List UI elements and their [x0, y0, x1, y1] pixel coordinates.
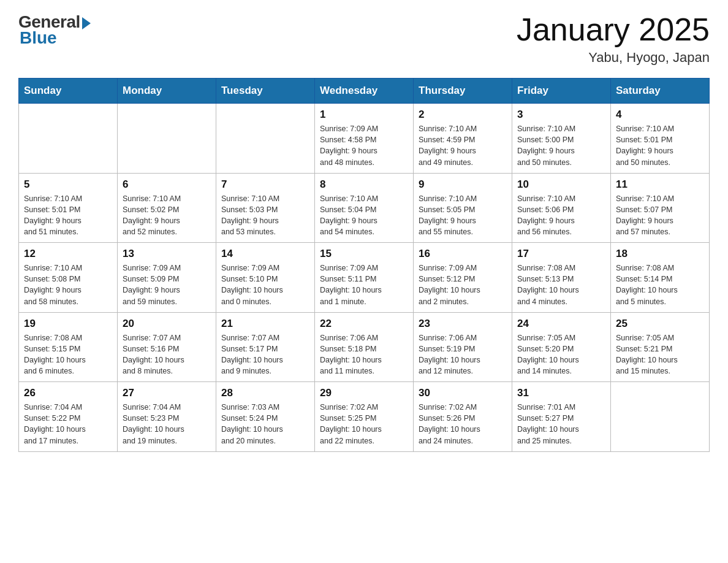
day-info: Sunrise: 7:09 AMSunset: 5:10 PMDaylight:… — [221, 262, 309, 307]
calendar-cell: 16Sunrise: 7:09 AMSunset: 5:12 PMDayligh… — [414, 243, 512, 313]
day-info: Sunrise: 7:10 AMSunset: 5:07 PMDaylight:… — [616, 193, 704, 238]
day-number: 27 — [123, 387, 211, 399]
calendar-week-3: 12Sunrise: 7:10 AMSunset: 5:08 PMDayligh… — [19, 243, 710, 313]
calendar-cell: 12Sunrise: 7:10 AMSunset: 5:08 PMDayligh… — [19, 243, 118, 313]
calendar-cell: 4Sunrise: 7:10 AMSunset: 5:01 PMDaylight… — [611, 104, 710, 174]
calendar-cell: 11Sunrise: 7:10 AMSunset: 5:07 PMDayligh… — [611, 173, 710, 243]
day-info: Sunrise: 7:08 AMSunset: 5:13 PMDaylight:… — [517, 262, 605, 307]
day-number: 11 — [616, 178, 704, 191]
calendar-cell: 10Sunrise: 7:10 AMSunset: 5:06 PMDayligh… — [512, 173, 611, 243]
calendar-cell: 15Sunrise: 7:09 AMSunset: 5:11 PMDayligh… — [315, 243, 414, 313]
calendar-cell: 28Sunrise: 7:03 AMSunset: 5:24 PMDayligh… — [216, 382, 315, 452]
day-number: 6 — [123, 178, 211, 191]
day-number: 10 — [517, 178, 605, 191]
calendar-cell: 14Sunrise: 7:09 AMSunset: 5:10 PMDayligh… — [216, 243, 315, 313]
day-info: Sunrise: 7:05 AMSunset: 5:21 PMDaylight:… — [616, 332, 704, 377]
day-number: 8 — [320, 178, 408, 191]
day-info: Sunrise: 7:10 AMSunset: 5:01 PMDaylight:… — [24, 193, 112, 238]
day-info: Sunrise: 7:10 AMSunset: 5:01 PMDaylight:… — [616, 123, 704, 168]
column-header-tuesday: Tuesday — [216, 79, 315, 104]
logo-blue-text: Blue — [18, 28, 57, 48]
calendar-cell: 27Sunrise: 7:04 AMSunset: 5:23 PMDayligh… — [118, 382, 216, 452]
calendar-week-2: 5Sunrise: 7:10 AMSunset: 5:01 PMDaylight… — [19, 173, 710, 243]
calendar-cell: 31Sunrise: 7:01 AMSunset: 5:27 PMDayligh… — [512, 382, 611, 452]
day-number: 31 — [517, 387, 605, 399]
day-info: Sunrise: 7:04 AMSunset: 5:22 PMDaylight:… — [24, 402, 112, 446]
day-number: 22 — [320, 318, 408, 330]
day-number: 23 — [419, 318, 507, 330]
calendar-cell: 22Sunrise: 7:06 AMSunset: 5:18 PMDayligh… — [315, 312, 414, 382]
calendar-cell: 6Sunrise: 7:10 AMSunset: 5:02 PMDaylight… — [118, 173, 216, 243]
calendar-cell: 25Sunrise: 7:05 AMSunset: 5:21 PMDayligh… — [611, 312, 710, 382]
day-number: 13 — [123, 248, 211, 260]
day-number: 17 — [517, 248, 605, 260]
day-number: 4 — [616, 109, 704, 121]
calendar-cell: 9Sunrise: 7:10 AMSunset: 5:05 PMDaylight… — [414, 173, 512, 243]
location: Yabu, Hyogo, Japan — [517, 50, 710, 66]
calendar-cell: 18Sunrise: 7:08 AMSunset: 5:14 PMDayligh… — [611, 243, 710, 313]
day-info: Sunrise: 7:09 AMSunset: 5:09 PMDaylight:… — [123, 262, 211, 307]
calendar-table: SundayMondayTuesdayWednesdayThursdayFrid… — [18, 78, 710, 452]
day-number: 26 — [24, 387, 112, 399]
column-header-friday: Friday — [512, 79, 611, 104]
calendar-cell: 23Sunrise: 7:06 AMSunset: 5:19 PMDayligh… — [414, 312, 512, 382]
day-number: 30 — [419, 387, 507, 399]
day-number: 1 — [320, 109, 408, 121]
day-number: 3 — [517, 109, 605, 121]
day-info: Sunrise: 7:10 AMSunset: 5:03 PMDaylight:… — [221, 193, 309, 238]
page-header: General Blue January 2025 Yabu, Hyogo, J… — [18, 12, 710, 66]
calendar-cell: 30Sunrise: 7:02 AMSunset: 5:26 PMDayligh… — [414, 382, 512, 452]
day-info: Sunrise: 7:05 AMSunset: 5:20 PMDaylight:… — [517, 332, 605, 377]
day-number: 20 — [123, 318, 211, 330]
calendar-cell — [216, 104, 315, 174]
calendar-cell: 21Sunrise: 7:07 AMSunset: 5:17 PMDayligh… — [216, 312, 315, 382]
day-info: Sunrise: 7:04 AMSunset: 5:23 PMDaylight:… — [123, 402, 211, 446]
day-info: Sunrise: 7:10 AMSunset: 5:06 PMDaylight:… — [517, 193, 605, 238]
calendar-cell: 29Sunrise: 7:02 AMSunset: 5:25 PMDayligh… — [315, 382, 414, 452]
calendar-cell: 19Sunrise: 7:08 AMSunset: 5:15 PMDayligh… — [19, 312, 118, 382]
calendar-week-4: 19Sunrise: 7:08 AMSunset: 5:15 PMDayligh… — [19, 312, 710, 382]
calendar-cell: 17Sunrise: 7:08 AMSunset: 5:13 PMDayligh… — [512, 243, 611, 313]
day-number: 29 — [320, 387, 408, 399]
calendar-header: SundayMondayTuesdayWednesdayThursdayFrid… — [19, 79, 710, 104]
day-number: 24 — [517, 318, 605, 330]
day-info: Sunrise: 7:08 AMSunset: 5:15 PMDaylight:… — [24, 332, 112, 377]
day-number: 9 — [419, 178, 507, 191]
month-title: January 2025 — [517, 12, 710, 47]
column-header-saturday: Saturday — [611, 79, 710, 104]
calendar-cell — [118, 104, 216, 174]
day-info: Sunrise: 7:02 AMSunset: 5:26 PMDaylight:… — [419, 402, 507, 446]
day-number: 15 — [320, 248, 408, 260]
day-number: 14 — [221, 248, 309, 260]
day-number: 28 — [221, 387, 309, 399]
day-info: Sunrise: 7:03 AMSunset: 5:24 PMDaylight:… — [221, 402, 309, 446]
day-number: 12 — [24, 248, 112, 260]
day-info: Sunrise: 7:02 AMSunset: 5:25 PMDaylight:… — [320, 402, 408, 446]
day-info: Sunrise: 7:09 AMSunset: 4:58 PMDaylight:… — [320, 123, 408, 168]
day-number: 5 — [24, 178, 112, 191]
calendar-cell: 3Sunrise: 7:10 AMSunset: 5:00 PMDaylight… — [512, 104, 611, 174]
calendar-cell: 7Sunrise: 7:10 AMSunset: 5:03 PMDaylight… — [216, 173, 315, 243]
calendar-week-1: 1Sunrise: 7:09 AMSunset: 4:58 PMDaylight… — [19, 104, 710, 174]
calendar-cell: 13Sunrise: 7:09 AMSunset: 5:09 PMDayligh… — [118, 243, 216, 313]
day-info: Sunrise: 7:09 AMSunset: 5:12 PMDaylight:… — [419, 262, 507, 307]
column-header-monday: Monday — [118, 79, 216, 104]
day-info: Sunrise: 7:10 AMSunset: 5:02 PMDaylight:… — [123, 193, 211, 238]
day-info: Sunrise: 7:10 AMSunset: 5:05 PMDaylight:… — [419, 193, 507, 238]
calendar-cell: 5Sunrise: 7:10 AMSunset: 5:01 PMDaylight… — [19, 173, 118, 243]
column-header-sunday: Sunday — [19, 79, 118, 104]
day-number: 25 — [616, 318, 704, 330]
day-info: Sunrise: 7:10 AMSunset: 5:08 PMDaylight:… — [24, 262, 112, 307]
day-number: 19 — [24, 318, 112, 330]
calendar-cell: 20Sunrise: 7:07 AMSunset: 5:16 PMDayligh… — [118, 312, 216, 382]
day-info: Sunrise: 7:06 AMSunset: 5:18 PMDaylight:… — [320, 332, 408, 377]
title-block: January 2025 Yabu, Hyogo, Japan — [517, 12, 710, 66]
calendar-cell — [611, 382, 710, 452]
day-info: Sunrise: 7:06 AMSunset: 5:19 PMDaylight:… — [419, 332, 507, 377]
calendar-cell: 26Sunrise: 7:04 AMSunset: 5:22 PMDayligh… — [19, 382, 118, 452]
day-info: Sunrise: 7:07 AMSunset: 5:16 PMDaylight:… — [123, 332, 211, 377]
day-number: 2 — [419, 109, 507, 121]
day-info: Sunrise: 7:10 AMSunset: 4:59 PMDaylight:… — [419, 123, 507, 168]
logo: General Blue — [18, 12, 91, 48]
day-info: Sunrise: 7:09 AMSunset: 5:11 PMDaylight:… — [320, 262, 408, 307]
